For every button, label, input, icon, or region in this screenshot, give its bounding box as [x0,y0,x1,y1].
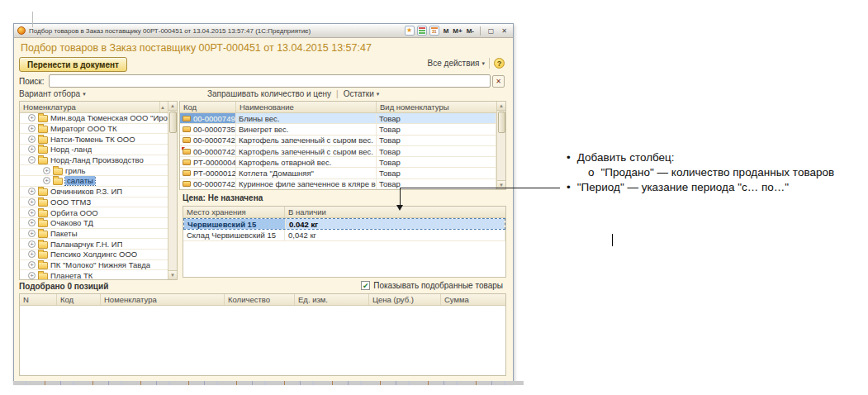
calendar-31-icon[interactable]: 31 [429,26,439,36]
expand-icon[interactable]: + [43,167,50,174]
taskbar-strip [13,381,524,385]
item-icon [183,137,191,143]
column-header-quantity[interactable]: Количество [225,294,295,305]
stock-place: Червишевский 15 [184,219,286,229]
column-header-place[interactable]: Место хранения [183,207,285,217]
expand-icon[interactable]: + [28,209,36,217]
close-button[interactable]: ✕ [499,26,510,36]
scrollbar-thumb[interactable] [169,112,177,133]
tree-item[interactable]: +Мираторг ООО ТК [20,124,168,135]
tree-item[interactable]: +Пепсико Холдингс ООО [20,250,168,260]
scroll-up-icon[interactable]: ▲ [168,102,177,111]
stock-row[interactable]: Червишевский 150.042 кг [183,218,505,230]
bullet-icon: • [567,151,571,164]
column-header-name[interactable]: Наименование [236,102,377,112]
expand-icon[interactable]: + [28,136,36,143]
stock-row[interactable]: Склад Червишевский 150,042 кг [183,230,505,241]
tree-item[interactable]: +гриль [20,165,168,176]
tree-column-header[interactable]: Номенклатура [20,102,160,112]
tree-item[interactable]: +Пакеты [20,229,168,240]
column-header-type[interactable]: Вид номенклатуры [377,102,496,112]
favorites-icon[interactable]: ★ [405,26,415,36]
tree-item[interactable]: +Овчинников Р.З. ИП [20,187,168,198]
expand-icon[interactable]: + [43,177,50,184]
tree-item[interactable]: +Мин.вода Тюменская ООО "Иром" [20,113,168,124]
expand-icon[interactable]: + [28,219,36,226]
tree-item[interactable]: +Орбита ООО [20,207,168,218]
scroll-down-icon[interactable]: ▼ [168,270,177,279]
product-row[interactable]: 00-00007359Винегрет вес.Товар [180,124,496,135]
tree-scrollbar[interactable]: ▲ ▼ [168,102,177,279]
collapse-icon[interactable]: − [28,156,36,164]
expand-icon[interactable]: + [28,272,36,279]
product-row[interactable]: РТ-00000124Котлета "Домашняя"Товар [180,168,496,178]
product-code: 00-00007493 [193,114,236,123]
tree-item[interactable]: +ПК "Молоко" Нижняя Тавда [20,260,168,271]
product-row[interactable]: РТ-00000043Картофель отварной вес.Товар [180,157,496,168]
column-header-available[interactable]: В наличии [285,207,505,217]
expand-icon[interactable]: + [28,114,36,121]
tree-item-label: Мин.вода Тюменская ООО "Иром" [50,113,168,122]
column-header-sum[interactable]: Сумма [441,294,505,305]
column-header-unit[interactable]: Ед. изм. [295,294,369,305]
expand-icon[interactable]: + [28,125,36,132]
expand-icon[interactable]: + [28,145,36,153]
product-code: 00-00007425 [193,179,236,188]
calculator-icon[interactable] [417,26,427,36]
column-header-code[interactable]: Код [57,294,101,305]
product-code: РТ-00000124 [193,169,236,178]
caret-down-icon: ▾ [481,60,485,67]
annotation-item-1: • Добавить столбец: [567,151,675,164]
remains-dropdown[interactable]: Остатки ▾ [344,89,380,98]
transfer-to-document-button[interactable]: Перенести в документ [19,57,127,72]
tree-item[interactable]: +салаты [20,176,168,187]
tree-item[interactable]: +Очаково ТД [20,218,168,229]
tree-item[interactable]: +Норд -ланд [20,145,168,155]
tree-item[interactable]: +Планета ТК [20,270,168,279]
products-table: Код Наименование Вид номенклатуры 00-000… [179,101,506,190]
column-header-n[interactable]: N [20,294,57,305]
tree-item[interactable]: +Паланарчук Г.Н. ИП [20,239,168,250]
expand-icon[interactable]: + [28,240,36,248]
column-header-code[interactable]: Код [180,102,236,112]
callout-line [400,188,401,205]
column-header-price[interactable]: Цена (руб.) [369,294,441,305]
product-row[interactable]: 00-00007426Картофель запеченный с сыром … [180,136,496,146]
product-row[interactable]: 00-00007493Блины вес.Товар [180,113,496,124]
show-selected-checkbox[interactable]: ✔ [361,281,370,290]
folder-icon [38,146,48,154]
expand-icon[interactable]: + [28,198,36,206]
tree-item[interactable]: +ООО ТГМЗ [20,198,168,208]
column-header-nomenclature[interactable]: Номенклатура [101,294,225,305]
item-icon [183,116,191,121]
filter-variant-dropdown[interactable]: Вариант отбора ▾ [19,89,86,98]
maximize-button[interactable]: ▢ [486,26,496,36]
show-selected-checkbox-group[interactable]: ✔ Показывать подобранные товары [361,281,503,290]
memory-m-plus-button[interactable]: М+ [452,27,462,35]
product-code-cell: 00-00007493 [180,113,236,123]
expand-icon[interactable]: + [28,188,36,195]
all-actions-button[interactable]: Все действия ▾ [428,59,485,68]
tree-item[interactable]: −Норд-Ланд Производство [20,155,168,166]
toolbar-divider [489,58,490,69]
search-input[interactable] [49,74,491,88]
scrollbar-thumb[interactable] [498,112,505,133]
expand-icon[interactable]: + [28,250,36,258]
tree-item-label: салаты [65,176,95,185]
expand-icon[interactable]: + [28,261,36,269]
products-scrollbar[interactable]: ▲ ▼ [496,102,505,189]
stock-place: Склад Червишевский 15 [183,230,285,240]
request-qty-price-link[interactable]: Запрашивать количество и цену [207,89,331,98]
annotation-text: Добавить столбец: [577,151,675,164]
1c-logo-icon [17,26,26,35]
clear-search-button[interactable]: ✕ [492,75,505,88]
product-row[interactable]: 00-00007427Картофель запеченный с сыром … [180,146,496,157]
scroll-up-icon[interactable]: ▲ [497,102,505,111]
help-icon[interactable]: ? [494,58,505,69]
memory-m-minus-button[interactable]: М- [466,27,475,35]
tree-item[interactable]: +Натси-Тюмень ТК ООО [20,134,168,145]
expand-icon[interactable]: + [28,230,36,237]
product-name: Картофель запеченный с сыром вес. [236,136,377,145]
bullet-icon: • [567,181,571,193]
memory-m-button[interactable]: М [443,27,450,35]
